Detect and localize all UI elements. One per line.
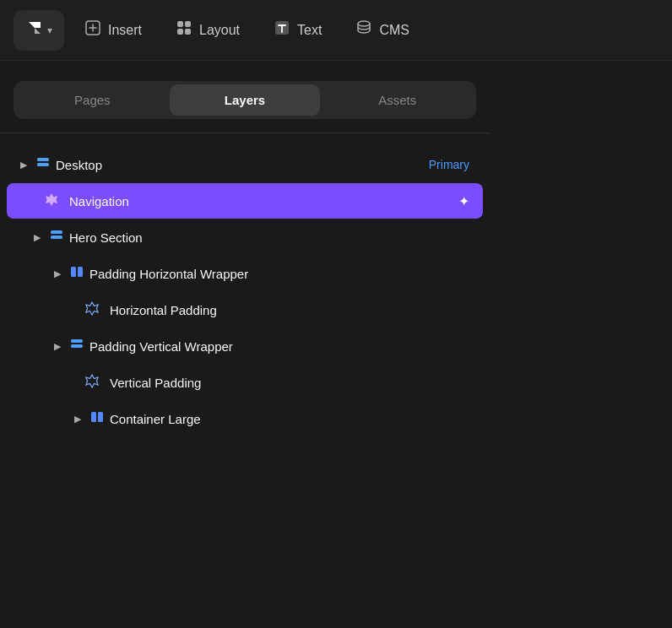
insert-label: Insert	[108, 23, 142, 38]
main-content: Pages Layers Assets ▶ Desktop	[0, 61, 672, 628]
insert-icon	[84, 19, 101, 41]
svg-rect-7	[37, 158, 49, 161]
svg-rect-1	[177, 21, 183, 27]
star-icon: ✦	[458, 193, 469, 209]
svg-rect-11	[71, 267, 76, 277]
chevron-icon: ▶	[20, 160, 30, 171]
insert-button[interactable]: Insert	[71, 10, 155, 51]
tab-pages[interactable]: Pages	[17, 84, 168, 116]
layer-item-container-large[interactable]: ▶ Container Large	[7, 401, 483, 436]
svg-rect-9	[51, 230, 62, 234]
layer-label-hero-section: Hero Section	[69, 230, 469, 245]
tabs-container: Pages Layers Assets	[14, 81, 476, 119]
layer-item-navigation[interactable]: Navigation ✦	[7, 183, 483, 219]
layer-item-vertical-padding[interactable]: Vertical Padding	[7, 365, 483, 400]
chevron-icon: ▶	[54, 268, 64, 279]
cms-label: CMS	[379, 23, 409, 38]
stack-icon	[49, 228, 64, 246]
primary-badge: Primary	[429, 158, 469, 171]
logo-chevron-icon: ▾	[47, 24, 52, 36]
cms-icon	[355, 19, 372, 41]
chevron-icon: ▶	[74, 414, 84, 425]
cross-icon	[44, 192, 59, 210]
layout-label: Layout	[199, 23, 240, 38]
svg-rect-12	[78, 267, 83, 277]
cross-outline-icon-2	[84, 373, 100, 392]
layout-button[interactable]: Layout	[162, 10, 253, 51]
svg-rect-16	[98, 412, 103, 422]
svg-rect-10	[51, 236, 62, 239]
layer-item-desktop[interactable]: ▶ Desktop Primary	[7, 147, 483, 182]
cms-button[interactable]: CMS	[342, 10, 423, 51]
layers-list: ▶ Desktop Primary Navigation	[0, 147, 490, 436]
svg-rect-15	[91, 412, 96, 422]
text-label: Text	[297, 23, 322, 38]
layer-label-desktop: Desktop	[56, 158, 424, 172]
layer-label-navigation: Navigation	[69, 194, 453, 208]
left-panel: Pages Layers Assets ▶ Desktop	[0, 61, 490, 628]
cross-outline-icon	[84, 300, 100, 319]
layer-item-horizontal-padding[interactable]: Horizontal Padding	[7, 292, 483, 328]
layer-label-horizontal-padding: Horizontal Padding	[110, 303, 469, 317]
text-button[interactable]: Text	[260, 10, 335, 51]
svg-rect-8	[37, 163, 49, 166]
tab-layers[interactable]: Layers	[170, 84, 321, 116]
svg-rect-13	[71, 339, 83, 343]
layer-item-padding-vertical-wrapper[interactable]: ▶ Padding Vertical Wrapper	[7, 328, 483, 364]
divider	[0, 133, 490, 133]
columns-icon-2	[89, 409, 105, 428]
framer-logo-button[interactable]: ▾	[14, 10, 64, 51]
toolbar: ▾ Insert Layout Text	[0, 0, 672, 61]
framer-icon	[25, 19, 44, 41]
layer-item-hero-section[interactable]: ▶ Hero Section	[7, 219, 483, 255]
layout-icon	[176, 19, 192, 41]
chevron-icon: ▶	[34, 232, 44, 243]
chevron-icon: ▶	[54, 341, 64, 352]
text-icon	[274, 19, 290, 41]
layer-label-padding-vertical-wrapper: Padding Vertical Wrapper	[89, 339, 469, 354]
svg-rect-4	[185, 29, 191, 35]
svg-point-6	[358, 21, 370, 26]
right-panel	[490, 61, 672, 628]
tab-assets[interactable]: Assets	[322, 84, 473, 116]
layer-label-container-large: Container Large	[110, 412, 469, 426]
svg-rect-2	[185, 21, 191, 27]
layer-item-padding-horizontal-wrapper[interactable]: ▶ Padding Horizontal Wrapper	[7, 256, 483, 291]
stack-icon	[69, 337, 84, 355]
stack-icon	[35, 155, 51, 174]
layer-label-vertical-padding: Vertical Padding	[110, 376, 469, 390]
svg-rect-3	[177, 29, 183, 35]
columns-icon	[69, 264, 84, 283]
svg-rect-14	[71, 344, 83, 348]
layer-label-padding-horizontal-wrapper: Padding Horizontal Wrapper	[89, 267, 469, 281]
